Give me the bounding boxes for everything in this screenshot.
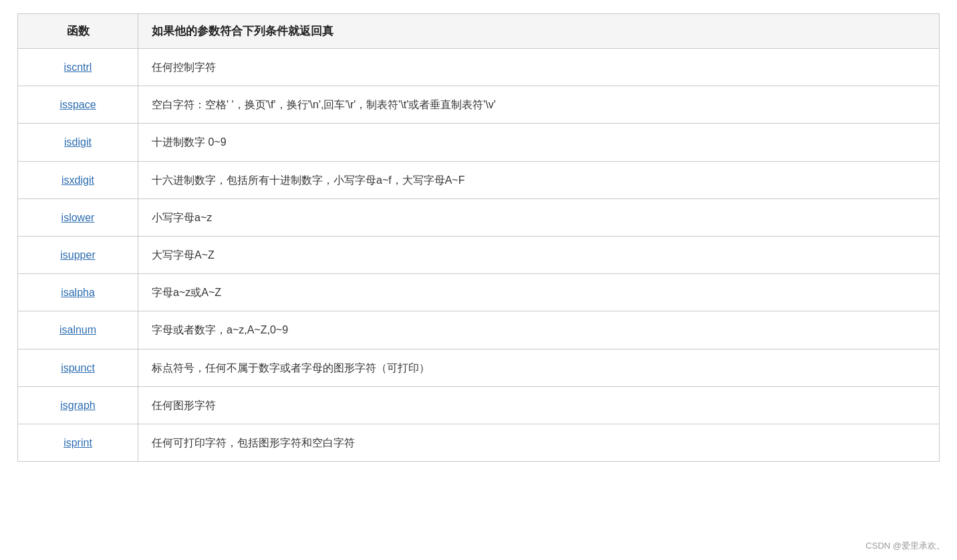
func-link-isspace[interactable]: isspace [59, 99, 96, 110]
functions-table: 函数 如果他的参数符合下列条件就返回真 iscntrl任何控制字符isspace… [17, 13, 940, 462]
desc-cell: 空白字符：空格' '，换页'\f'，换行'\n',回车'\r'，制表符'\t'或… [138, 86, 940, 124]
desc-cell: 小写字母a~z [138, 198, 940, 236]
func-link-isgraph[interactable]: isgraph [60, 400, 95, 411]
func-link-isalnum[interactable]: isalnum [59, 324, 96, 335]
func-cell: islower [18, 198, 138, 236]
table-row: isgraph任何图形字符 [18, 386, 940, 424]
table-row: isdigit十进制数字 0~9 [18, 124, 940, 161]
col-header-desc: 如果他的参数符合下列条件就返回真 [138, 14, 940, 49]
func-cell: isxdigit [18, 161, 138, 198]
col-header-func: 函数 [18, 14, 138, 49]
table-row: isspace空白字符：空格' '，换页'\f'，换行'\n',回车'\r'，制… [18, 86, 940, 124]
func-link-iscntrl[interactable]: iscntrl [64, 61, 92, 73]
table-row: isupper大写字母A~Z [18, 236, 940, 273]
func-link-isalpha[interactable]: isalpha [61, 287, 95, 298]
func-cell: iscntrl [18, 49, 138, 86]
desc-cell: 大写字母A~Z [138, 236, 940, 273]
func-link-isxdigit[interactable]: isxdigit [61, 174, 94, 186]
page-wrapper: 函数 如果他的参数符合下列条件就返回真 iscntrl任何控制字符isspace… [17, 13, 940, 462]
func-link-ispunct[interactable]: ispunct [61, 362, 95, 374]
func-cell: isspace [18, 86, 138, 124]
watermark: CSDN @爱里承欢。 [865, 540, 945, 552]
table-row: ispunct标点符号，任何不属于数字或者字母的图形字符（可打印） [18, 349, 940, 386]
desc-cell: 字母a~z或A~Z [138, 274, 940, 311]
func-cell: isgraph [18, 386, 138, 424]
func-link-isprint[interactable]: isprint [63, 437, 92, 448]
desc-cell: 任何控制字符 [138, 49, 940, 86]
table-row: islower小写字母a~z [18, 198, 940, 236]
func-cell: isalnum [18, 311, 138, 349]
desc-cell: 字母或者数字，a~z,A~Z,0~9 [138, 311, 940, 349]
table-row: iscntrl任何控制字符 [18, 49, 940, 86]
table-row: isalnum字母或者数字，a~z,A~Z,0~9 [18, 311, 940, 349]
table-row: isxdigit十六进制数字，包括所有十进制数字，小写字母a~f，大写字母A~F [18, 161, 940, 198]
func-cell: isalpha [18, 274, 138, 311]
func-cell: isdigit [18, 124, 138, 161]
func-cell: ispunct [18, 349, 138, 386]
func-link-islower[interactable]: islower [61, 212, 95, 223]
table-header-row: 函数 如果他的参数符合下列条件就返回真 [18, 14, 940, 49]
desc-cell: 十六进制数字，包括所有十进制数字，小写字母a~f，大写字母A~F [138, 161, 940, 198]
table-row: isalpha字母a~z或A~Z [18, 274, 940, 311]
desc-cell: 十进制数字 0~9 [138, 124, 940, 161]
desc-cell: 标点符号，任何不属于数字或者字母的图形字符（可打印） [138, 349, 940, 386]
func-cell: isupper [18, 236, 138, 273]
table-row: isprint任何可打印字符，包括图形字符和空白字符 [18, 424, 940, 461]
desc-cell: 任何可打印字符，包括图形字符和空白字符 [138, 424, 940, 461]
desc-cell: 任何图形字符 [138, 386, 940, 424]
func-cell: isprint [18, 424, 138, 461]
func-link-isupper[interactable]: isupper [60, 249, 95, 261]
func-link-isdigit[interactable]: isdigit [64, 136, 92, 148]
